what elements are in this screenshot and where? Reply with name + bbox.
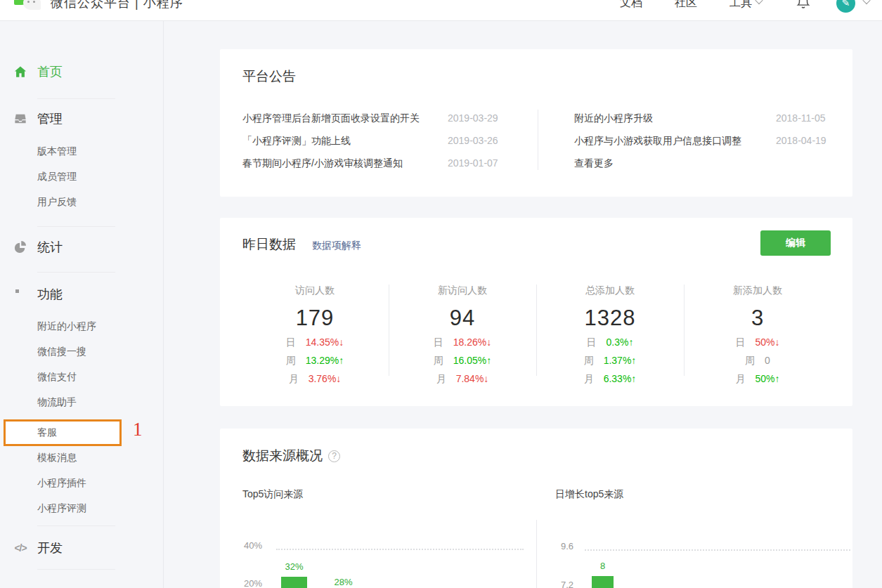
chevron-down-icon xyxy=(755,0,763,4)
announcement-link[interactable]: 「小程序评测」功能上线 xyxy=(242,135,351,148)
view-more-link[interactable]: 查看更多 xyxy=(574,157,614,170)
trend-row: 月50%↑ xyxy=(684,373,831,386)
user-avatar[interactable]: ✎ xyxy=(836,0,855,13)
wechat-logo-icon xyxy=(14,0,44,12)
sidebar-item-version-manage[interactable]: 版本管理 xyxy=(37,145,77,158)
chart-title-daily-growth: 日增长top5来源 xyxy=(555,488,623,501)
trend-row: 月6.33%↑ xyxy=(536,373,684,386)
trend-row: 周13.29%↑ xyxy=(241,355,389,367)
announcement-link[interactable]: 小程序管理后台新增页面收录设置的开关 xyxy=(242,112,420,125)
gridline xyxy=(276,549,524,550)
sidebar-item-user-feedback[interactable]: 用户反馈 xyxy=(37,196,77,209)
trend-row: 周0 xyxy=(684,355,831,367)
sidebar-item-miniprogram-review[interactable]: 小程序评测 xyxy=(37,502,86,515)
announcement-date: 2019-03-29 xyxy=(448,112,498,124)
stat-new-visitors: 新访问人数 94 日18.26%↓ 周16.05%↑ 月7.84%↓ xyxy=(389,285,536,386)
announcement-date: 2018-11-05 xyxy=(776,112,826,124)
yesterday-title: 昨日数据 xyxy=(242,235,296,254)
sidebar-section-features[interactable]: 功能 xyxy=(0,286,164,303)
trend-row: 周1.37%↑ xyxy=(536,355,684,367)
sidebar-item-logistics[interactable]: 物流助手 xyxy=(37,396,77,409)
trend-row: 周16.05%↑ xyxy=(389,355,536,367)
help-icon[interactable]: ? xyxy=(328,450,340,462)
trend-row: 日0.3%↑ xyxy=(536,337,684,349)
bar-32pct xyxy=(281,577,307,588)
data-source-title: 数据来源概况? xyxy=(242,447,340,465)
grid-icon xyxy=(14,288,27,301)
home-icon xyxy=(14,65,27,78)
trend-row: 月7.84%↓ xyxy=(389,373,536,386)
sidebar-section-manage[interactable]: 管理 xyxy=(0,110,164,127)
announcement-date: 2018-04-19 xyxy=(776,135,826,146)
divider xyxy=(37,569,115,570)
nav-tools[interactable]: 工具 xyxy=(729,0,762,11)
nav-docs[interactable]: 文档 xyxy=(620,0,642,11)
divider xyxy=(37,226,115,227)
yesterday-data-card: 昨日数据 数据项解释 编辑 访问人数 179 日14.35%↓ 周13.29%↑… xyxy=(220,218,852,406)
stat-new-added: 新添加人数 3 日50%↓ 周0 月50%↑ xyxy=(684,285,831,386)
trend-row: 日14.35%↓ xyxy=(241,337,389,349)
sidebar-item-wechat-pay[interactable]: 微信支付 xyxy=(37,371,77,384)
highlight-box xyxy=(4,419,122,446)
sidebar: 首页 管理 版本管理 成员管理 用户反馈 统计 xyxy=(0,21,164,588)
gridline xyxy=(585,549,850,551)
app-title: 微信公众平台 | 小程序 xyxy=(51,0,183,11)
code-brackets-icon: </> xyxy=(14,542,27,554)
divider xyxy=(37,272,115,273)
stat-visitors: 访问人数 179 日14.35%↓ 周13.29%↑ 月3.76%↓ xyxy=(241,285,389,386)
sidebar-item-customer-service[interactable]: 客服 xyxy=(37,426,57,439)
sidebar-item-home[interactable]: 首页 xyxy=(0,63,164,80)
notification-bell-icon[interactable] xyxy=(796,0,812,11)
divider xyxy=(538,110,538,170)
edit-button[interactable]: 编辑 xyxy=(760,230,831,256)
sidebar-section-statistics[interactable]: 统计 xyxy=(0,239,164,256)
divider xyxy=(37,98,115,99)
stat-total-added: 总添加人数 1328 日0.3%↑ 周1.37%↑ 月6.33%↑ xyxy=(536,285,684,386)
trend-row: 月3.76%↓ xyxy=(241,373,389,386)
annotation-marker: 1 xyxy=(133,419,143,440)
divider xyxy=(37,525,115,526)
announcement-date: 2019-01-07 xyxy=(448,157,498,169)
data-source-card: 数据来源概况? Top5访问来源 日增长top5来源 40% 32% 28% 2… xyxy=(220,429,852,588)
divider xyxy=(536,520,537,588)
sidebar-item-miniprogram-plugin[interactable]: 小程序插件 xyxy=(37,477,86,490)
chart-title-top5-visits: Top5访问来源 xyxy=(242,488,303,501)
sidebar-item-member-manage[interactable]: 成员管理 xyxy=(37,171,77,183)
sidebar-item-nearby-miniprogram[interactable]: 附近的小程序 xyxy=(37,320,96,333)
announcement-link[interactable]: 附近的小程序升级 xyxy=(574,112,653,125)
pie-chart-icon xyxy=(14,241,27,254)
nav-community[interactable]: 社区 xyxy=(675,0,697,11)
announcements-title: 平台公告 xyxy=(242,67,296,86)
inbox-tray-icon xyxy=(14,112,27,125)
announcement-date: 2019-03-26 xyxy=(448,135,498,146)
bar-8 xyxy=(592,576,614,588)
platform-announcements-card: 平台公告 小程序管理后台新增页面收录设置的开关 2019-03-29 「小程序评… xyxy=(220,49,852,197)
top-header: 微信公众平台 | 小程序 文档 社区 工具 ✎ xyxy=(0,0,882,21)
account-chevron-down-icon[interactable] xyxy=(862,0,870,4)
announcement-link[interactable]: 春节期间小程序/小游戏审核调整通知 xyxy=(242,157,403,170)
sidebar-section-develop[interactable]: </> 开发 xyxy=(0,540,164,556)
data-explain-link[interactable]: 数据项解释 xyxy=(312,240,361,252)
trend-row: 日50%↓ xyxy=(684,337,831,349)
trend-row: 日18.26%↓ xyxy=(389,337,536,349)
announcement-link[interactable]: 小程序与小游戏获取用户信息接口调整 xyxy=(574,135,741,148)
mp-console-page: 微信公众平台 | 小程序 文档 社区 工具 ✎ xyxy=(0,0,882,588)
sidebar-item-template-message[interactable]: 模板消息 xyxy=(37,452,77,464)
sidebar-item-wechat-search[interactable]: 微信搜一搜 xyxy=(37,346,86,358)
